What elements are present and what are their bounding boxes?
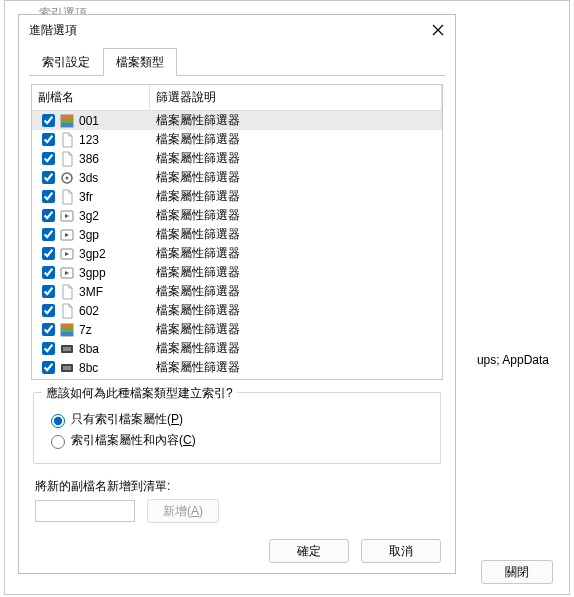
- header-description[interactable]: 篩選器說明: [150, 85, 442, 110]
- cancel-button[interactable]: 取消: [361, 539, 441, 563]
- list-header: 副檔名 篩選器說明: [32, 85, 442, 111]
- tab-file-types[interactable]: 檔案類型: [103, 48, 177, 76]
- table-row[interactable]: 3fr檔案屬性篩選器: [32, 187, 442, 206]
- row-extension: 3g2: [79, 209, 99, 223]
- radio-properties-only-input[interactable]: [51, 414, 65, 428]
- table-row[interactable]: 3gp檔案屬性篩選器: [32, 225, 442, 244]
- row-description: 檔案屬性篩選器: [156, 283, 240, 300]
- row-checkbox[interactable]: [42, 209, 55, 222]
- row-extension: 8bc: [79, 361, 98, 375]
- row-extension: 3MF: [79, 285, 103, 299]
- file-type-icon: [59, 189, 75, 205]
- row-description: 檔案屬性篩選器: [156, 359, 240, 376]
- file-type-icon: [59, 132, 75, 148]
- table-row[interactable]: 7z檔案屬性篩選器: [32, 320, 442, 339]
- inner-title: 進階選項: [29, 23, 77, 37]
- row-checkbox[interactable]: [42, 247, 55, 260]
- outer-close-button[interactable]: 關閉: [481, 560, 553, 584]
- table-row[interactable]: 3gp2檔案屬性篩選器: [32, 244, 442, 263]
- svg-rect-3: [61, 123, 73, 127]
- row-checkbox[interactable]: [42, 361, 55, 374]
- file-type-icon: [59, 322, 75, 338]
- svg-rect-16: [61, 328, 73, 332]
- row-description: 檔案屬性篩選器: [156, 302, 240, 319]
- file-type-icon: [59, 227, 75, 243]
- tab-index-settings[interactable]: 索引設定: [29, 48, 103, 76]
- add-extension-input[interactable]: [35, 500, 135, 522]
- table-row[interactable]: 386檔案屬性篩選器: [32, 149, 442, 168]
- row-description: 檔案屬性篩選器: [156, 264, 240, 281]
- file-type-list[interactable]: 副檔名 篩選器說明 001檔案屬性篩選器123檔案屬性篩選器386檔案屬性篩選器…: [31, 84, 443, 380]
- row-checkbox[interactable]: [42, 285, 55, 298]
- row-checkbox[interactable]: [42, 342, 55, 355]
- table-row[interactable]: 8bc檔案屬性篩選器: [32, 358, 442, 377]
- file-type-icon: [59, 170, 75, 186]
- close-icon[interactable]: [427, 19, 449, 41]
- row-checkbox[interactable]: [42, 152, 55, 165]
- row-description: 檔案屬性篩選器: [156, 207, 240, 224]
- add-extension-label: 將新的副檔名新增到清單:: [35, 478, 439, 495]
- row-checkbox[interactable]: [42, 304, 55, 317]
- file-type-icon: [59, 113, 75, 129]
- table-row[interactable]: 123檔案屬性篩選器: [32, 130, 442, 149]
- radio-properties-and-content-input[interactable]: [51, 435, 65, 449]
- row-checkbox[interactable]: [42, 228, 55, 241]
- row-extension: 8ba: [79, 342, 99, 356]
- table-row[interactable]: 3gpp檔案屬性篩選器: [32, 263, 442, 282]
- row-checkbox[interactable]: [42, 266, 55, 279]
- index-mode-group: 應該如何為此種檔案類型建立索引? 只有索引檔案屬性(P) 索引檔案屬性和內容(C…: [33, 392, 441, 464]
- side-text: ups; AppData: [477, 353, 549, 367]
- row-extension: 3fr: [79, 190, 93, 204]
- svg-rect-2: [61, 119, 73, 123]
- row-extension: 3ds: [79, 171, 98, 185]
- file-type-icon: [59, 341, 75, 357]
- file-type-icon: [59, 303, 75, 319]
- header-extension[interactable]: 副檔名: [32, 85, 150, 110]
- table-row[interactable]: 8ba檔案屬性篩選器: [32, 339, 442, 358]
- file-type-icon: [59, 151, 75, 167]
- svg-rect-21: [63, 366, 71, 370]
- table-row[interactable]: 3ds檔案屬性篩選器: [32, 168, 442, 187]
- table-row[interactable]: 3MF檔案屬性篩選器: [32, 282, 442, 301]
- svg-point-5: [66, 176, 69, 179]
- row-checkbox[interactable]: [42, 114, 55, 127]
- file-type-icon: [59, 360, 75, 376]
- tabs: 索引設定 檔案類型: [29, 47, 445, 76]
- radio-properties-only[interactable]: 只有索引檔案屬性(P): [46, 411, 428, 428]
- row-description: 檔案屬性篩選器: [156, 131, 240, 148]
- file-type-icon: [59, 208, 75, 224]
- table-row[interactable]: 602檔案屬性篩選器: [32, 301, 442, 320]
- row-checkbox[interactable]: [42, 323, 55, 336]
- file-type-icon: [59, 284, 75, 300]
- file-type-icon: [59, 246, 75, 262]
- row-extension: 7z: [79, 323, 92, 337]
- row-checkbox[interactable]: [42, 133, 55, 146]
- row-description: 檔案屬性篩選器: [156, 112, 240, 129]
- svg-rect-19: [63, 347, 71, 351]
- radio-properties-and-content[interactable]: 索引檔案屬性和內容(C): [46, 432, 428, 449]
- row-description: 檔案屬性篩選器: [156, 226, 240, 243]
- table-row[interactable]: 001檔案屬性篩選器: [32, 111, 442, 130]
- row-extension: 3gp2: [79, 247, 106, 261]
- add-extension-button[interactable]: 新增(A): [147, 499, 219, 523]
- row-description: 檔案屬性篩選器: [156, 321, 240, 338]
- svg-rect-17: [61, 332, 73, 336]
- row-description: 檔案屬性篩選器: [156, 188, 240, 205]
- row-extension: 123: [79, 133, 99, 147]
- row-description: 檔案屬性篩選器: [156, 150, 240, 167]
- row-checkbox[interactable]: [42, 171, 55, 184]
- row-description: 檔案屬性篩選器: [156, 169, 240, 186]
- row-extension: 001: [79, 114, 99, 128]
- row-checkbox[interactable]: [42, 190, 55, 203]
- row-description: 檔案屬性篩選器: [156, 340, 240, 357]
- svg-rect-15: [61, 324, 73, 328]
- row-extension: 3gpp: [79, 266, 106, 280]
- advanced-dialog: 進階選項 索引設定 檔案類型 副檔名 篩選器說明 001檔案屬性篩選器123檔案…: [18, 14, 456, 574]
- file-type-icon: [59, 265, 75, 281]
- table-row[interactable]: 3g2檔案屬性篩選器: [32, 206, 442, 225]
- ok-button[interactable]: 確定: [269, 539, 349, 563]
- row-description: 檔案屬性篩選器: [156, 245, 240, 262]
- row-extension: 602: [79, 304, 99, 318]
- row-extension: 386: [79, 152, 99, 166]
- group-title: 應該如何為此種檔案類型建立索引?: [42, 385, 237, 402]
